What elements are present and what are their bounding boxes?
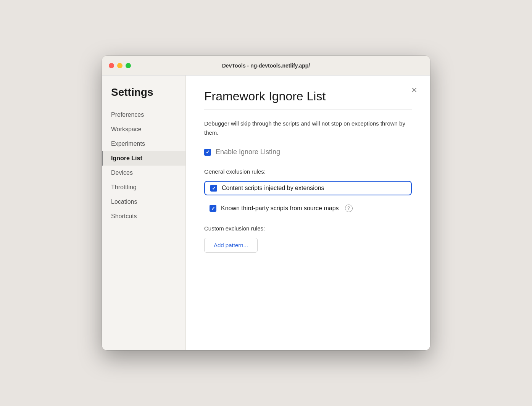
sidebar-item-ignore-list[interactable]: Ignore List bbox=[102, 151, 185, 166]
sidebar-item-locations[interactable]: Locations bbox=[102, 195, 185, 209]
description-text: Debugger will skip through the scripts a… bbox=[204, 119, 412, 137]
third-party-scripts-row: ✓ Known third-party scripts from source … bbox=[204, 201, 412, 216]
title-divider bbox=[204, 110, 412, 110]
enable-ignore-checkbox[interactable]: ✓ bbox=[204, 149, 211, 156]
close-traffic-light[interactable] bbox=[109, 63, 114, 68]
sidebar: Settings Preferences Workspace Experimen… bbox=[102, 76, 186, 350]
content-scripts-checkmark: ✓ bbox=[212, 185, 216, 191]
window-title: DevTools - ng-devtools.netlify.app/ bbox=[222, 63, 310, 69]
general-exclusion-label: General exclusion rules: bbox=[204, 168, 412, 175]
content-scripts-label[interactable]: Content scripts injected by extensions bbox=[222, 185, 324, 192]
sidebar-item-experiments[interactable]: Experiments bbox=[102, 137, 185, 151]
enable-ignore-checkmark: ✓ bbox=[206, 149, 210, 155]
page-title: Framework Ignore List bbox=[204, 89, 412, 103]
minimize-traffic-light[interactable] bbox=[117, 63, 123, 68]
sidebar-item-workspace[interactable]: Workspace bbox=[102, 122, 185, 137]
enable-ignore-row: ✓ Enable Ignore Listing bbox=[204, 148, 412, 156]
window-body: Settings Preferences Workspace Experimen… bbox=[102, 76, 430, 350]
close-button[interactable]: ✕ bbox=[409, 85, 419, 95]
enable-ignore-label: Enable Ignore Listing bbox=[216, 148, 280, 156]
content-scripts-checkbox[interactable]: ✓ bbox=[210, 185, 217, 192]
third-party-checkbox[interactable]: ✓ bbox=[210, 205, 216, 212]
close-icon: ✕ bbox=[411, 85, 418, 95]
question-icon: ? bbox=[347, 206, 350, 211]
sidebar-item-throttling[interactable]: Throttling bbox=[102, 180, 185, 195]
third-party-checkmark: ✓ bbox=[211, 206, 215, 211]
sidebar-item-devices[interactable]: Devices bbox=[102, 166, 185, 180]
main-content: ✕ Framework Ignore List Debugger will sk… bbox=[186, 76, 430, 350]
traffic-lights bbox=[109, 63, 131, 68]
devtools-window: DevTools - ng-devtools.netlify.app/ Sett… bbox=[102, 56, 430, 350]
maximize-traffic-light[interactable] bbox=[126, 63, 131, 68]
sidebar-item-shortcuts[interactable]: Shortcuts bbox=[102, 209, 185, 224]
sidebar-item-preferences[interactable]: Preferences bbox=[102, 108, 185, 122]
help-icon[interactable]: ? bbox=[345, 205, 353, 212]
add-pattern-button[interactable]: Add pattern... bbox=[204, 238, 258, 253]
third-party-label[interactable]: Known third-party scripts from source ma… bbox=[221, 205, 339, 212]
titlebar: DevTools - ng-devtools.netlify.app/ bbox=[102, 56, 430, 76]
content-scripts-row: ✓ Content scripts injected by extensions bbox=[204, 181, 412, 195]
sidebar-heading: Settings bbox=[102, 86, 185, 108]
custom-exclusion-label: Custom exclusion rules: bbox=[204, 225, 412, 232]
